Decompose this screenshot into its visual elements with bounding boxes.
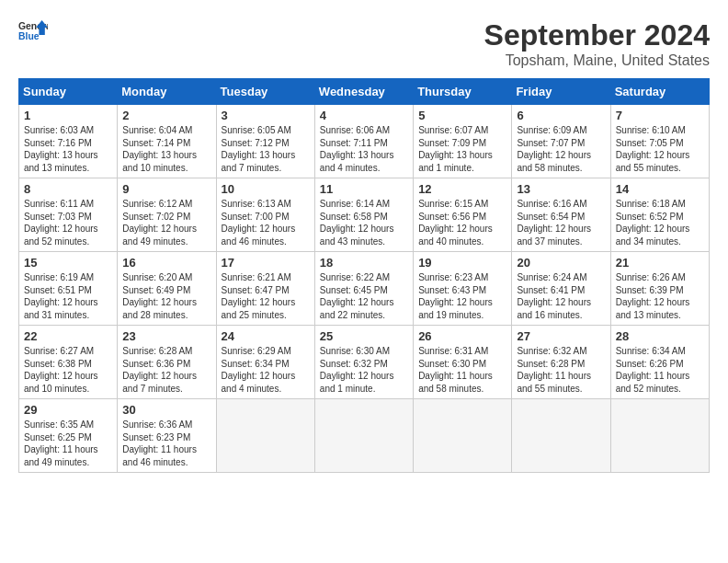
day-number: 25 [320,329,408,343]
day-number: 9 [122,182,210,196]
day-info: Sunrise: 6:34 AM Sunset: 6:26 PM Dayligh… [616,345,704,395]
day-number: 21 [616,256,704,270]
day-info: Sunrise: 6:22 AM Sunset: 6:45 PM Dayligh… [320,271,408,321]
day-number: 27 [517,329,605,343]
calendar-cell: 28Sunrise: 6:34 AM Sunset: 6:26 PM Dayli… [610,326,709,399]
logo-icon: General Blue [18,18,48,44]
calendar-cell: 24Sunrise: 6:29 AM Sunset: 6:34 PM Dayli… [216,326,314,399]
day-number: 19 [418,256,506,270]
calendar-cell [314,399,413,473]
day-number: 28 [616,329,704,343]
day-number: 2 [122,109,210,122]
day-number: 3 [222,109,310,122]
month-title: September 2024 [484,18,710,52]
calendar-cell [216,399,314,473]
day-info: Sunrise: 6:03 AM Sunset: 7:16 PM Dayligh… [24,124,112,174]
day-number: 6 [517,109,605,122]
calendar-cell [610,399,709,473]
day-number: 23 [122,329,210,343]
day-info: Sunrise: 6:12 AM Sunset: 7:02 PM Dayligh… [122,198,210,247]
day-number: 7 [616,109,704,122]
weekday-header-thursday: Thursday [414,79,512,105]
day-info: Sunrise: 6:30 AM Sunset: 6:32 PM Dayligh… [320,345,408,395]
day-info: Sunrise: 6:27 AM Sunset: 6:38 PM Dayligh… [24,345,112,395]
day-number: 17 [222,256,310,270]
day-number: 15 [24,256,112,270]
day-info: Sunrise: 6:35 AM Sunset: 6:25 PM Dayligh… [24,419,112,468]
calendar-cell: 6Sunrise: 6:09 AM Sunset: 7:07 PM Daylig… [512,105,610,178]
calendar-cell: 14Sunrise: 6:18 AM Sunset: 6:52 PM Dayli… [610,178,709,252]
calendar-cell: 7Sunrise: 6:10 AM Sunset: 7:05 PM Daylig… [610,105,709,178]
day-info: Sunrise: 6:23 AM Sunset: 6:43 PM Dayligh… [418,271,506,321]
day-info: Sunrise: 6:20 AM Sunset: 6:49 PM Dayligh… [122,271,210,321]
day-number: 12 [418,182,506,196]
page-header: General Blue September 2024 Topsham, Mai… [18,18,710,69]
weekday-header-wednesday: Wednesday [314,79,413,105]
day-info: Sunrise: 6:31 AM Sunset: 6:30 PM Dayligh… [418,345,506,395]
weekday-header-monday: Monday [118,79,216,105]
day-info: Sunrise: 6:14 AM Sunset: 6:58 PM Dayligh… [320,198,408,247]
day-number: 11 [320,182,408,196]
day-number: 13 [517,182,605,196]
calendar-cell: 29Sunrise: 6:35 AM Sunset: 6:25 PM Dayli… [19,399,118,473]
day-info: Sunrise: 6:07 AM Sunset: 7:09 PM Dayligh… [418,124,506,174]
calendar-cell: 11Sunrise: 6:14 AM Sunset: 6:58 PM Dayli… [314,178,413,252]
day-number: 16 [122,256,210,270]
calendar-cell: 3Sunrise: 6:05 AM Sunset: 7:12 PM Daylig… [216,105,314,178]
location-title: Topsham, Maine, United States [484,52,710,69]
weekday-header-row: SundayMondayTuesdayWednesdayThursdayFrid… [19,79,710,105]
week-row-2: 8Sunrise: 6:11 AM Sunset: 7:03 PM Daylig… [19,178,710,252]
calendar-cell: 19Sunrise: 6:23 AM Sunset: 6:43 PM Dayli… [414,252,512,326]
day-number: 20 [517,256,605,270]
logo: General Blue [18,18,48,44]
calendar-cell: 18Sunrise: 6:22 AM Sunset: 6:45 PM Dayli… [314,252,413,326]
weekday-header-sunday: Sunday [19,79,118,105]
calendar-cell: 12Sunrise: 6:15 AM Sunset: 6:56 PM Dayli… [414,178,512,252]
day-number: 1 [24,109,112,122]
day-info: Sunrise: 6:11 AM Sunset: 7:03 PM Dayligh… [24,198,112,247]
day-number: 22 [24,329,112,343]
weekday-header-tuesday: Tuesday [216,79,314,105]
weekday-header-friday: Friday [512,79,610,105]
day-number: 24 [222,329,310,343]
week-row-1: 1Sunrise: 6:03 AM Sunset: 7:16 PM Daylig… [19,105,710,178]
day-number: 18 [320,256,408,270]
day-number: 14 [616,182,704,196]
day-info: Sunrise: 6:13 AM Sunset: 7:00 PM Dayligh… [222,198,310,247]
day-info: Sunrise: 6:15 AM Sunset: 6:56 PM Dayligh… [418,198,506,247]
day-info: Sunrise: 6:18 AM Sunset: 6:52 PM Dayligh… [616,198,704,247]
calendar-cell: 17Sunrise: 6:21 AM Sunset: 6:47 PM Dayli… [216,252,314,326]
calendar-cell: 16Sunrise: 6:20 AM Sunset: 6:49 PM Dayli… [118,252,216,326]
calendar-cell: 9Sunrise: 6:12 AM Sunset: 7:02 PM Daylig… [118,178,216,252]
weekday-header-saturday: Saturday [610,79,709,105]
calendar-cell: 5Sunrise: 6:07 AM Sunset: 7:09 PM Daylig… [414,105,512,178]
calendar-cell: 15Sunrise: 6:19 AM Sunset: 6:51 PM Dayli… [19,252,118,326]
day-number: 10 [222,182,310,196]
day-number: 26 [418,329,506,343]
calendar-cell: 20Sunrise: 6:24 AM Sunset: 6:41 PM Dayli… [512,252,610,326]
day-number: 30 [122,403,210,417]
title-area: September 2024 Topsham, Maine, United St… [484,18,710,69]
day-info: Sunrise: 6:16 AM Sunset: 6:54 PM Dayligh… [517,198,605,247]
day-info: Sunrise: 6:36 AM Sunset: 6:23 PM Dayligh… [122,419,210,468]
day-info: Sunrise: 6:09 AM Sunset: 7:07 PM Dayligh… [517,124,605,174]
day-info: Sunrise: 6:28 AM Sunset: 6:36 PM Dayligh… [122,345,210,395]
calendar-cell: 21Sunrise: 6:26 AM Sunset: 6:39 PM Dayli… [610,252,709,326]
calendar-cell: 27Sunrise: 6:32 AM Sunset: 6:28 PM Dayli… [512,326,610,399]
week-row-5: 29Sunrise: 6:35 AM Sunset: 6:25 PM Dayli… [19,399,710,473]
day-info: Sunrise: 6:05 AM Sunset: 7:12 PM Dayligh… [222,124,310,174]
calendar-cell: 8Sunrise: 6:11 AM Sunset: 7:03 PM Daylig… [19,178,118,252]
svg-text:Blue: Blue [18,31,40,41]
calendar-cell: 2Sunrise: 6:04 AM Sunset: 7:14 PM Daylig… [118,105,216,178]
week-row-4: 22Sunrise: 6:27 AM Sunset: 6:38 PM Dayli… [19,326,710,399]
calendar-cell: 26Sunrise: 6:31 AM Sunset: 6:30 PM Dayli… [414,326,512,399]
day-number: 5 [418,109,506,122]
calendar-table: SundayMondayTuesdayWednesdayThursdayFrid… [18,78,710,473]
day-info: Sunrise: 6:21 AM Sunset: 6:47 PM Dayligh… [222,271,310,321]
day-number: 8 [24,182,112,196]
day-info: Sunrise: 6:19 AM Sunset: 6:51 PM Dayligh… [24,271,112,321]
calendar-cell: 22Sunrise: 6:27 AM Sunset: 6:38 PM Dayli… [19,326,118,399]
day-number: 4 [320,109,408,122]
calendar-cell: 25Sunrise: 6:30 AM Sunset: 6:32 PM Dayli… [314,326,413,399]
day-info: Sunrise: 6:26 AM Sunset: 6:39 PM Dayligh… [616,271,704,321]
